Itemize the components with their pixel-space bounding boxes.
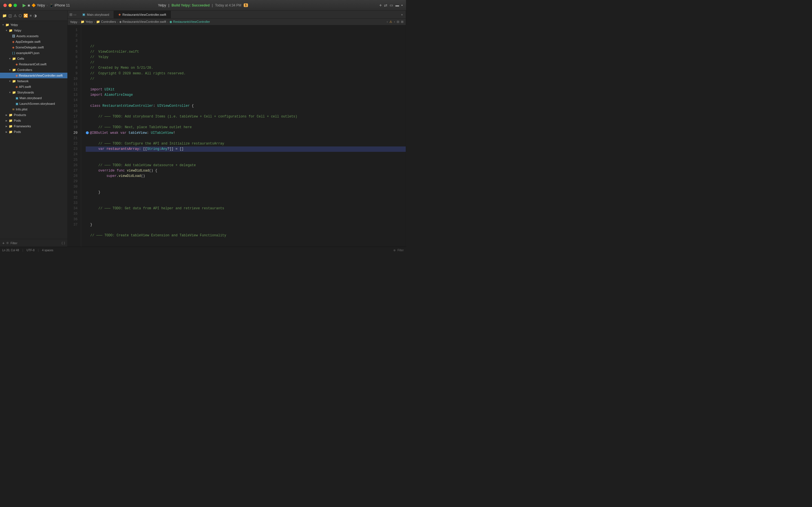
sidebar-folder-icon[interactable]: 📁 — [2, 13, 7, 18]
code-line-16[interactable]: // ——— TODO: Next, place TableView outle… — [86, 125, 406, 130]
code-line-32[interactable] — [86, 211, 406, 217]
sidebar-report-icon[interactable]: ◑ — [34, 13, 37, 18]
sidebar-item-products[interactable]: 📁 Products — [0, 112, 67, 118]
code-line-9[interactable]: import UIKit — [86, 87, 406, 93]
code-line-31[interactable]: // ——— TODO: Get data from API helper an… — [86, 206, 406, 211]
editor-split-icon[interactable]: ⊟ — [397, 20, 399, 24]
code-line-17[interactable]: ⬤@IBOutlet weak var tableView: UITableVi… — [86, 130, 406, 136]
code-content[interactable]: //// ViewController.swift// Yelpy//// Cr… — [81, 25, 406, 247]
editor-nav-next[interactable]: › — [394, 20, 395, 24]
status-right: ⊕ Filter — [393, 249, 404, 252]
code-line-3[interactable]: // Yelpy — [86, 55, 406, 60]
code-line-33[interactable] — [86, 217, 406, 222]
tab-restaurantsvc[interactable]: ◈ RestaurantsViewController.swift — [114, 11, 171, 18]
code-line-25[interactable]: super.viewDidLoad() — [86, 173, 406, 179]
code-line-11[interactable] — [86, 98, 406, 103]
code-line-10[interactable]: import AlamofireImage — [86, 93, 406, 98]
add-button[interactable]: + — [379, 3, 382, 8]
code-line-18[interactable] — [86, 136, 406, 141]
line-num-31: 31 — [68, 190, 78, 195]
breadcrumb-item-yelpy1[interactable]: Yelpy — [70, 20, 78, 24]
window-controls — [0, 4, 20, 7]
code-line-37[interactable] — [86, 238, 406, 244]
code-line-12[interactable]: class RestaurantsViewController: UIViewC… — [86, 103, 406, 109]
sidebar-source-icon[interactable]: ≡ — [30, 13, 32, 18]
code-line-28[interactable]: } — [86, 190, 406, 195]
code-line-26[interactable] — [86, 179, 406, 184]
sidebar-item-restaurantsvc[interactable]: ◈ RestaurantsViewController.swift — [0, 73, 67, 78]
tab-grid-icon[interactable]: ⊞ — [69, 12, 72, 17]
sidebar-nav-prev[interactable]: ⟨ — [61, 241, 63, 245]
code-line-22[interactable] — [86, 158, 406, 163]
sidebar-item-restaurantcell[interactable]: ◈ RestaurantCell.swift — [0, 61, 67, 67]
tab-forward-icon[interactable]: › — [75, 13, 77, 16]
code-line-20[interactable]: var restaurantsArray: [[String:Any?]] = … — [86, 147, 406, 152]
code-line-21[interactable] — [86, 152, 406, 157]
code-line-1[interactable]: // — [86, 44, 406, 49]
code-line-36[interactable]: // ——— TODO: Create tableView Extension … — [86, 233, 406, 238]
minimize-button[interactable] — [8, 4, 12, 7]
sidebar-magnify-icon[interactable]: ◫ — [8, 13, 12, 18]
code-line-13[interactable] — [86, 109, 406, 114]
sidebar-item-cells[interactable]: 📁 Cells — [0, 56, 67, 61]
sidebar-item-yelpy-group[interactable]: 📁 Yelpy — [0, 27, 67, 33]
sidebar-item-scenedelegate[interactable]: ◈ SceneDelegate.swift — [0, 45, 67, 50]
code-line-27[interactable] — [86, 184, 406, 189]
sidebar-item-exampleapi[interactable]: { } exampleAPI.json — [0, 50, 67, 56]
sidebar-item-yelpy-root[interactable]: 📁 Yelpy — [0, 22, 67, 27]
tab-add-button[interactable]: + — [398, 11, 406, 18]
editor-grid-icon[interactable]: ⊞ — [401, 20, 403, 24]
layout-btn-2[interactable]: ▬ — [395, 3, 399, 7]
code-editor[interactable]: 1234567891011121314151617181920212223242… — [68, 25, 406, 247]
sidebar-item-mainstoryboard[interactable]: ▣ Main.storyboard — [0, 95, 67, 101]
sidebar-item-storyboards[interactable]: 📁 Storyboards — [0, 90, 67, 95]
code-line-30[interactable] — [86, 201, 406, 206]
code-line-4[interactable]: // — [86, 60, 406, 65]
code-line-6[interactable]: // Copyright © 2020 memo. All rights res… — [86, 71, 406, 76]
code-line-14[interactable]: // ——— TODO: Add storyboard Items (i.e. … — [86, 114, 406, 119]
tab-back-icon[interactable]: ‹ — [73, 13, 75, 16]
sidebar-item-launchscreen[interactable]: ▣ LaunchScreen.storyboard — [0, 101, 67, 107]
code-line-29[interactable] — [86, 195, 406, 201]
code-line-5[interactable]: // Created by Memo on 5/21/20. — [86, 65, 406, 71]
sidebar-item-pods[interactable]: 📁 Pods — [0, 118, 67, 123]
close-button[interactable] — [3, 4, 7, 7]
code-line-34[interactable]: } — [86, 222, 406, 228]
breadcrumb-item-controllers[interactable]: 📁 Controllers — [96, 20, 116, 24]
sidebar-item-pods2[interactable]: 📁 Pods — [0, 129, 67, 135]
tab-main-storyboard[interactable]: ▣ Main.storyboard — [78, 11, 114, 18]
code-line-24[interactable]: override func viewDidLoad() { — [86, 168, 406, 173]
sidebar-test-icon[interactable]: ⬡ — [18, 13, 22, 18]
code-line-7[interactable]: // — [86, 76, 406, 82]
filter-label: Filter — [10, 241, 17, 245]
code-line-35[interactable] — [86, 228, 406, 233]
triangle-pods2 — [5, 131, 8, 133]
maximize-button[interactable] — [13, 4, 17, 7]
code-line-15[interactable] — [86, 119, 406, 125]
layout-btn-3[interactable]: ▪ — [401, 3, 403, 7]
play-button[interactable]: ▶ — [22, 3, 26, 8]
code-line-23[interactable]: // ——— TODO: Add tableView datasource + … — [86, 163, 406, 168]
sidebar-item-assets[interactable]: 🖼 Assets.xcassets — [0, 33, 67, 39]
sidebar-item-infoplist[interactable]: ≋ Info.plist — [0, 107, 67, 112]
breadcrumb-item-file[interactable]: ◈ RestaurantsViewController.swift — [119, 20, 166, 24]
sidebar-item-appdelegate[interactable]: ◈ AppDelegate.swift — [0, 39, 67, 45]
sidebar-item-frameworks[interactable]: 📁 Frameworks — [0, 123, 67, 129]
breadcrumb-item-class[interactable]: ◉ RestaurantsViewController — [169, 20, 210, 24]
tab-nav-controls[interactable]: ⊞ ‹ › — [68, 11, 78, 18]
sidebar-nav-next[interactable]: ⟩ — [64, 241, 65, 245]
sidebar-warning-icon[interactable]: ⚠ — [13, 13, 17, 18]
stop-button[interactable]: ■ — [28, 3, 30, 8]
editor-nav-prev[interactable]: ‹ — [387, 20, 388, 24]
sidebar-item-network[interactable]: 📁 Network — [0, 78, 67, 84]
code-line-19[interactable]: // ——— TODO: Configure the API and Initi… — [86, 141, 406, 147]
add-file-button[interactable]: + — [2, 241, 4, 245]
sidebar-item-controllers[interactable]: 📁 Controllers — [0, 67, 67, 73]
split-button[interactable]: ⇄ — [384, 3, 388, 8]
layout-btn-1[interactable]: ▭ — [390, 3, 393, 7]
sidebar-debug-icon[interactable]: 🔀 — [23, 13, 28, 18]
sidebar-item-apiswift[interactable]: ◈ API.swift — [0, 84, 67, 90]
code-line-8[interactable] — [86, 82, 406, 87]
code-line-2[interactable]: // ViewController.swift — [86, 49, 406, 55]
breadcrumb-item-yelpy2[interactable]: 📁 Yelpy — [81, 20, 93, 24]
